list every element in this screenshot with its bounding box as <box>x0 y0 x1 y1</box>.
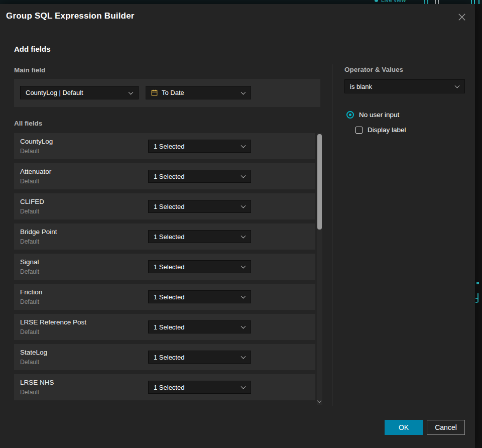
field-selected-dropdown-label: 1 Selected <box>154 143 184 150</box>
live-view-label: Live view <box>381 0 406 4</box>
chevron-down-icon <box>455 83 460 88</box>
no-user-input-radio[interactable]: No user input <box>346 111 399 119</box>
close-icon <box>457 13 466 22</box>
field-name: Attenuator <box>20 168 51 175</box>
field-name: LRSE NHS <box>20 379 54 386</box>
field-sub-label: Default <box>20 328 39 335</box>
field-row[interactable]: StateLog Default 1 Selected <box>14 344 315 370</box>
fields-list-scrollbar[interactable] <box>317 133 322 405</box>
field-sub-label: Default <box>20 298 39 305</box>
main-field-panel: CountyLog | Default To Date <box>14 79 320 107</box>
operator-values-label: Operator & Values <box>344 66 403 73</box>
field-sub-label: Default <box>20 178 39 185</box>
field-selected-dropdown-label: 1 Selected <box>154 323 184 331</box>
field-sub-label: Default <box>20 359 39 366</box>
backdrop-artifact <box>476 282 479 284</box>
field-row[interactable]: CLIFED Default 1 Selected <box>14 193 315 219</box>
calendar-icon <box>151 89 158 96</box>
ok-button[interactable]: OK <box>385 420 423 435</box>
no-user-input-label: No user input <box>359 111 399 119</box>
main-field-dropdown[interactable]: CountyLog | Default <box>20 86 139 99</box>
field-sub-label: Default <box>20 268 39 275</box>
dialog-title: Group SQL Expression Builder <box>6 11 135 21</box>
group-sql-expression-builder-dialog: Group SQL Expression Builder Add fields … <box>0 4 475 448</box>
field-selected-dropdown[interactable]: 1 Selected <box>148 230 251 243</box>
live-view-indicator: Live view <box>375 0 406 4</box>
field-row[interactable]: CountyLog Default 1 Selected <box>14 133 315 159</box>
backdrop-artifact <box>475 302 477 303</box>
main-field-type-dropdown-value: To Date <box>162 89 184 96</box>
main-field-dropdown-value: CountyLog | Default <box>26 89 83 96</box>
display-label-label: Display label <box>368 126 406 134</box>
all-fields-list: CountyLog Default 1 Selected Attenuator … <box>14 133 315 404</box>
field-selected-dropdown[interactable]: 1 Selected <box>148 320 251 333</box>
field-selected-dropdown-label: 1 Selected <box>154 203 184 210</box>
field-selected-dropdown[interactable]: 1 Selected <box>148 351 251 364</box>
chevron-down-icon <box>241 203 246 208</box>
chevron-down-icon <box>241 143 246 148</box>
field-name: StateLog <box>20 349 47 356</box>
field-name: Bridge Point <box>20 228 57 236</box>
add-fields-heading: Add fields <box>14 45 51 53</box>
field-selected-dropdown-label: 1 Selected <box>154 354 184 361</box>
field-selected-dropdown-label: 1 Selected <box>154 173 184 180</box>
display-label-checkbox[interactable]: Display label <box>355 126 406 134</box>
chevron-down-icon <box>241 89 246 94</box>
backdrop-top-strip: Live view <box>0 0 482 4</box>
scrollbar-down-arrow-icon[interactable] <box>317 399 321 403</box>
field-sub-label: Default <box>20 208 39 215</box>
field-selected-dropdown[interactable]: 1 Selected <box>148 381 251 394</box>
field-name: LRSE Reference Post <box>20 318 86 326</box>
field-sub-label: Default <box>20 389 39 396</box>
backdrop-artifact <box>477 293 478 302</box>
field-row[interactable]: LRSE Reference Post Default 1 Selected <box>14 314 315 340</box>
cancel-button[interactable]: Cancel <box>427 420 465 435</box>
radio-selected-icon <box>346 111 354 119</box>
field-row[interactable]: Signal Default 1 Selected <box>14 254 315 280</box>
column-divider <box>332 64 332 406</box>
field-selected-dropdown[interactable]: 1 Selected <box>148 140 251 153</box>
field-selected-dropdown[interactable]: 1 Selected <box>148 290 251 303</box>
backdrop-icon-bar <box>438 0 439 4</box>
field-name: Signal <box>20 258 39 266</box>
backdrop-icon-bar <box>424 0 425 4</box>
field-selected-dropdown-label: 1 Selected <box>154 293 184 301</box>
field-row[interactable]: Friction Default 1 Selected <box>14 284 315 310</box>
field-name: CLIFED <box>20 198 44 205</box>
field-selected-dropdown[interactable]: 1 Selected <box>148 170 251 183</box>
chevron-down-icon <box>241 354 246 359</box>
chevron-down-icon <box>241 384 246 389</box>
field-row[interactable]: LRSE NHS Default 1 Selected <box>14 374 315 400</box>
backdrop-icon-bar <box>427 0 428 4</box>
field-row[interactable]: Bridge Point Default 1 Selected <box>14 223 315 250</box>
live-view-dot-icon <box>375 0 378 2</box>
chevron-down-icon <box>241 264 246 269</box>
field-name: Friction <box>20 288 42 296</box>
chevron-down-icon <box>241 324 246 329</box>
chevron-down-icon <box>241 173 246 178</box>
field-selected-dropdown-label: 1 Selected <box>154 233 184 241</box>
field-name: CountyLog <box>20 138 53 145</box>
main-field-type-dropdown[interactable]: To Date <box>146 86 251 99</box>
backdrop-icon-bar <box>435 0 436 4</box>
field-sub-label: Default <box>20 148 39 155</box>
backdrop-right-strip <box>475 4 482 448</box>
field-selected-dropdown-label: 1 Selected <box>154 263 184 271</box>
field-row[interactable]: Attenuator Default 1 Selected <box>14 163 315 189</box>
backdrop-icon-bar <box>474 0 475 4</box>
scrollbar-thumb[interactable] <box>317 134 322 230</box>
close-button[interactable] <box>457 12 467 22</box>
backdrop-icon-bar <box>471 0 472 4</box>
backdrop-artifact <box>475 298 477 299</box>
field-selected-dropdown[interactable]: 1 Selected <box>148 200 251 213</box>
chevron-down-icon <box>129 89 134 94</box>
backdrop-icon-bar <box>478 0 479 4</box>
checkbox-unchecked-icon <box>355 127 363 134</box>
field-selected-dropdown-label: 1 Selected <box>154 384 184 391</box>
operator-dropdown[interactable]: is blank <box>344 79 465 93</box>
field-sub-label: Default <box>20 238 39 245</box>
field-selected-dropdown[interactable]: 1 Selected <box>148 260 251 273</box>
all-fields-label: All fields <box>14 120 42 127</box>
main-field-label: Main field <box>14 66 45 74</box>
operator-dropdown-value: is blank <box>350 83 372 90</box>
